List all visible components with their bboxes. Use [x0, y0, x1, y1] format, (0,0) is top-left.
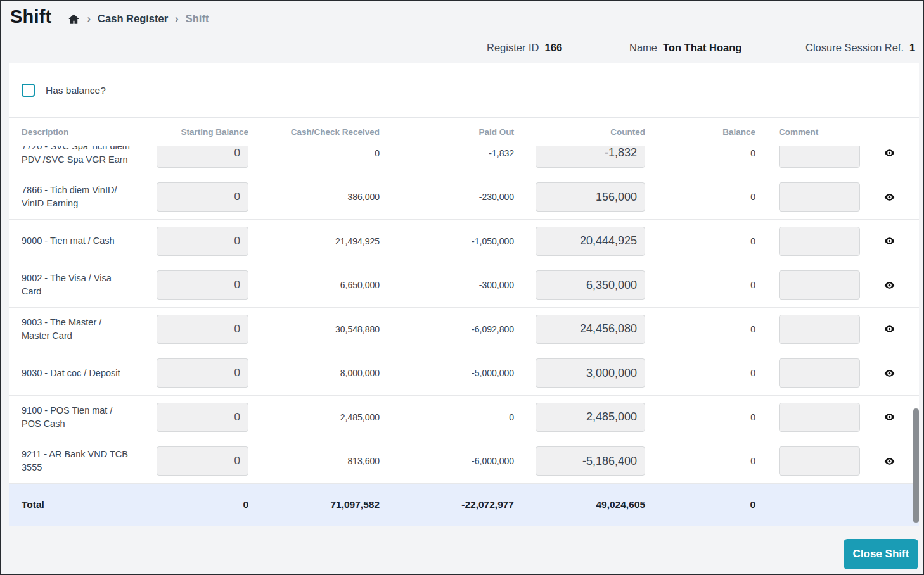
comment-input[interactable] — [779, 358, 860, 388]
starting-balance-input[interactable]: 0 — [157, 227, 248, 256]
table-row: 9003 - The Master /Master Card030,548,88… — [9, 308, 919, 352]
total-label: Total — [22, 499, 157, 510]
starting-balance-input[interactable]: 0 — [157, 182, 248, 212]
starting-balance-input[interactable]: 0 — [157, 146, 248, 168]
balance-value: 0 — [645, 456, 755, 466]
eye-icon[interactable] — [884, 280, 895, 291]
register-id-label: Register ID — [487, 42, 539, 54]
cash-check-received-value: 6,650,000 — [248, 280, 380, 290]
eye-icon[interactable] — [884, 148, 895, 158]
table-row: 9100 - POS Tien mat /POS Cash02,485,0000… — [9, 396, 919, 440]
row-description: 7866 - Tich diem VinID/VinID Earning — [22, 184, 157, 210]
row-description: 9002 - The Visa / VisaCard — [22, 272, 157, 298]
cashier-name-group: Name Ton That Hoang — [629, 42, 741, 54]
balance-value: 0 — [645, 148, 755, 158]
paid-out-value: -1,832 — [380, 148, 514, 158]
eye-icon[interactable] — [884, 412, 895, 422]
table-row: 9002 - The Visa / VisaCard06,650,000-300… — [9, 263, 919, 308]
register-id-group: Register ID 166 — [487, 42, 562, 54]
counted-input[interactable]: -5,186,400 — [536, 446, 645, 476]
total-paid-out: -22,072,977 — [380, 499, 514, 510]
starting-balance-input[interactable]: 0 — [157, 446, 248, 476]
breadcrumb-cash-register[interactable]: Cash Register — [98, 13, 168, 25]
total-row: Total 0 71,097,582 -22,072,977 49,024,60… — [9, 484, 919, 526]
starting-balance-input[interactable]: 0 — [157, 315, 248, 344]
column-header-paid-out: Paid Out — [380, 127, 514, 137]
eye-icon[interactable] — [884, 236, 895, 246]
balance-value: 0 — [645, 280, 755, 290]
column-header-starting-balance: Starting Balance — [157, 127, 248, 137]
total-cash-check-received: 71,097,582 — [248, 499, 380, 510]
total-counted: 49,024,605 — [514, 499, 645, 510]
paid-out-value: -6,000,000 — [380, 456, 514, 466]
closure-session-label: Closure Session Ref. — [805, 42, 904, 54]
total-starting-balance: 0 — [157, 499, 248, 510]
row-description: 9030 - Dat coc / Deposit — [22, 367, 157, 380]
counted-input[interactable]: -1,832 — [536, 146, 645, 168]
table-row: 9211 - AR Bank VND TCB35550813,600-6,000… — [9, 439, 919, 484]
table-row: 7866 - Tich diem VinID/VinID Earning0386… — [9, 175, 919, 220]
paid-out-value: -300,000 — [380, 280, 514, 290]
starting-balance-input[interactable]: 0 — [157, 403, 248, 432]
paid-out-value: -230,000 — [380, 192, 514, 202]
table-header: Description Starting Balance Cash/Check … — [9, 117, 919, 146]
has-balance-checkbox[interactable] — [22, 84, 35, 97]
column-header-cash-check-received: Cash/Check Received — [248, 127, 380, 137]
comment-input[interactable] — [779, 146, 860, 168]
counted-input[interactable]: 24,456,080 — [536, 315, 645, 344]
starting-balance-input[interactable]: 0 — [157, 270, 248, 300]
closure-session-value: 1 — [909, 42, 915, 54]
breadcrumb: › Cash Register › Shift — [68, 13, 209, 25]
starting-balance-input[interactable]: 0 — [157, 358, 248, 388]
cash-check-received-value: 21,494,925 — [248, 236, 380, 246]
paid-out-value: -5,000,000 — [380, 368, 514, 378]
comment-input[interactable] — [779, 446, 860, 476]
eye-icon[interactable] — [884, 456, 895, 467]
closure-session-group: Closure Session Ref. 1 — [805, 42, 915, 54]
comment-input[interactable] — [779, 182, 860, 212]
eye-icon[interactable] — [884, 192, 895, 203]
balance-value: 0 — [645, 412, 755, 422]
column-header-comment: Comment — [755, 127, 860, 137]
table-row: 9030 - Dat coc / Deposit08,000,000-5,000… — [9, 351, 919, 396]
comment-input[interactable] — [779, 315, 860, 344]
chevron-separator-icon: › — [87, 13, 91, 24]
row-description: 7720 - SVC Spa Tich diemPDV /SVC Spa VGR… — [22, 146, 157, 167]
table-row: 7720 - SVC Spa Tich diemPDV /SVC Spa VGR… — [9, 146, 919, 175]
column-header-balance: Balance — [645, 127, 755, 137]
balance-value: 0 — [645, 368, 755, 378]
cash-check-received-value: 386,000 — [248, 192, 380, 202]
eye-icon[interactable] — [884, 368, 895, 379]
comment-input[interactable] — [779, 403, 860, 432]
counted-input[interactable]: 3,000,000 — [536, 358, 645, 388]
balance-value: 0 — [645, 236, 755, 246]
has-balance-row: Has balance? — [9, 63, 919, 117]
register-id-value: 166 — [545, 42, 563, 54]
counted-input[interactable]: 156,000 — [536, 182, 645, 212]
balance-value: 0 — [645, 192, 755, 202]
comment-input[interactable] — [779, 227, 860, 256]
counted-input[interactable]: 2,485,000 — [536, 403, 645, 432]
eye-icon[interactable] — [884, 324, 895, 334]
home-icon[interactable] — [68, 13, 80, 25]
row-description: 9100 - POS Tien mat /POS Cash — [22, 404, 157, 431]
breadcrumb-shift: Shift — [186, 13, 209, 25]
close-shift-button[interactable]: Close Shift — [844, 539, 918, 569]
row-description: 9211 - AR Bank VND TCB3555 — [22, 448, 157, 474]
row-description: 9000 - Tien mat / Cash — [22, 234, 157, 248]
counted-input[interactable]: 20,444,925 — [536, 227, 645, 256]
page-header: Shift › Cash Register › Shift — [10, 6, 209, 27]
cash-check-received-value: 8,000,000 — [248, 368, 380, 378]
table-body: 7720 - SVC Spa Tich diemPDV /SVC Spa VGR… — [9, 146, 919, 484]
cash-check-received-value: 30,548,880 — [248, 324, 380, 334]
chevron-separator-icon: › — [175, 13, 179, 24]
paid-out-value: -1,050,000 — [380, 236, 514, 246]
counted-input[interactable]: 6,350,000 — [536, 270, 645, 300]
cash-check-received-value: 2,485,000 — [248, 412, 380, 422]
cash-check-received-value: 813,600 — [248, 456, 380, 466]
shift-close-page: { "page": { "title": "Shift" }, "breadcr… — [0, 0, 924, 575]
cash-check-received-value: 0 — [248, 148, 380, 158]
vertical-scrollbar-thumb[interactable] — [913, 408, 919, 523]
paid-out-value: -6,092,800 — [380, 324, 514, 334]
comment-input[interactable] — [779, 270, 860, 300]
